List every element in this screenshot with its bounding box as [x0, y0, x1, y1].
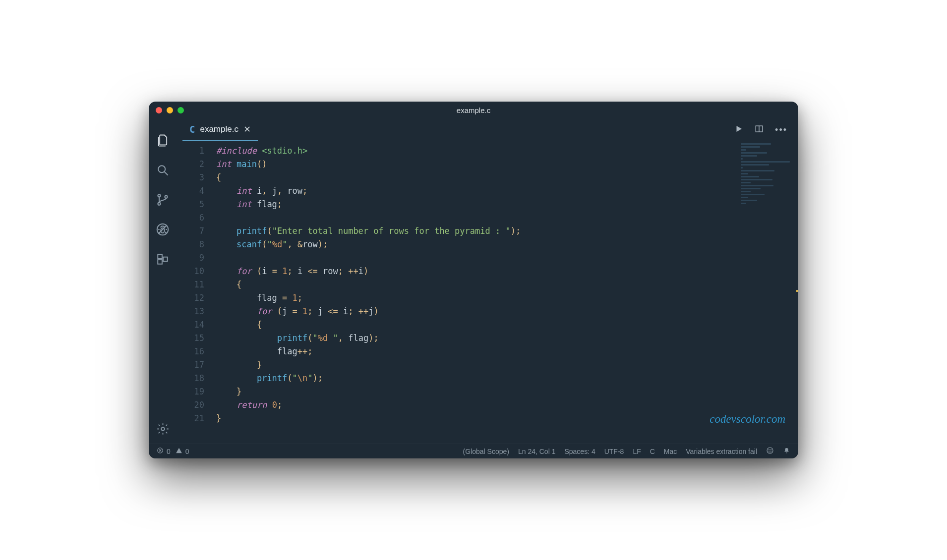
svg-point-0	[158, 166, 165, 172]
traffic-lights	[156, 107, 184, 113]
settings-button[interactable]	[149, 414, 177, 444]
split-icon	[754, 124, 764, 135]
minimap-change-marker	[796, 290, 798, 292]
minimize-window-button[interactable]	[167, 107, 173, 113]
svg-point-17	[767, 448, 773, 453]
window-title: example.c	[149, 106, 798, 114]
svg-point-2	[158, 194, 160, 197]
bell-icon	[783, 447, 790, 456]
error-icon	[157, 447, 164, 455]
svg-rect-10	[163, 257, 168, 262]
tab-filename: example.c	[200, 124, 238, 134]
split-editor-button[interactable]	[754, 124, 764, 135]
editor-actions: •••	[734, 118, 798, 141]
status-os[interactable]: Mac	[664, 448, 677, 455]
status-language[interactable]: C	[650, 448, 655, 455]
close-window-button[interactable]	[156, 107, 162, 113]
editor-window: example.c	[149, 102, 798, 458]
status-position[interactable]: Ln 24, Col 1	[518, 448, 556, 455]
svg-point-18	[769, 449, 769, 450]
svg-point-19	[770, 449, 771, 450]
status-notifications[interactable]	[783, 447, 790, 456]
status-warnings[interactable]: 0	[176, 447, 189, 455]
status-indent[interactable]: Spaces: 4	[564, 448, 595, 455]
status-message[interactable]: Variables extraction fail	[686, 448, 757, 455]
warning-icon	[176, 447, 182, 455]
run-button[interactable]	[734, 124, 743, 135]
status-errors[interactable]: 0	[157, 447, 171, 455]
svg-rect-9	[158, 260, 162, 264]
source-control-tab[interactable]	[149, 185, 177, 215]
play-icon	[734, 124, 743, 135]
gear-icon	[156, 422, 170, 436]
search-icon	[156, 163, 170, 177]
status-scope[interactable]: (Global Scope)	[463, 448, 509, 455]
tab-example-c[interactable]: C example.c ✕	[182, 118, 258, 141]
c-language-icon: C	[189, 124, 195, 135]
explorer-tab[interactable]	[149, 125, 177, 155]
status-encoding[interactable]: UTF-8	[604, 448, 624, 455]
svg-point-3	[158, 203, 160, 205]
smiley-icon	[766, 447, 774, 456]
extensions-icon	[156, 253, 169, 266]
svg-line-1	[165, 172, 168, 175]
no-bug-icon	[155, 222, 170, 237]
close-tab-button[interactable]: ✕	[243, 124, 251, 135]
tab-bar: C example.c ✕ •••	[177, 118, 798, 141]
more-actions-button[interactable]: •••	[775, 125, 787, 135]
branch-icon	[156, 193, 170, 207]
warning-count: 0	[185, 448, 189, 455]
svg-point-11	[161, 427, 165, 431]
extensions-tab[interactable]	[149, 244, 177, 274]
line-number-gutter: 1 2 3 4 5 6 7 8 9 10 11 12 13 14 15 16 1…	[177, 141, 211, 444]
search-tab[interactable]	[149, 155, 177, 185]
svg-point-4	[165, 196, 167, 198]
status-feedback[interactable]	[766, 447, 774, 456]
zoom-window-button[interactable]	[178, 107, 184, 113]
code-editor[interactable]: #include <stdio.h> int main() { int i, j…	[211, 141, 798, 444]
error-count: 0	[167, 448, 171, 455]
ellipsis-icon: •••	[775, 125, 787, 135]
status-bar: 0 0 (Global Scope) Ln 24, Col 1 Spaces: …	[149, 444, 798, 458]
editor-area: 1 2 3 4 5 6 7 8 9 10 11 12 13 14 15 16 1…	[177, 141, 798, 444]
files-icon	[156, 133, 170, 147]
activity-bar	[149, 118, 177, 444]
titlebar: example.c	[149, 102, 798, 118]
svg-rect-8	[158, 254, 162, 259]
status-eol[interactable]: LF	[633, 448, 641, 455]
debug-tab[interactable]	[149, 215, 177, 244]
